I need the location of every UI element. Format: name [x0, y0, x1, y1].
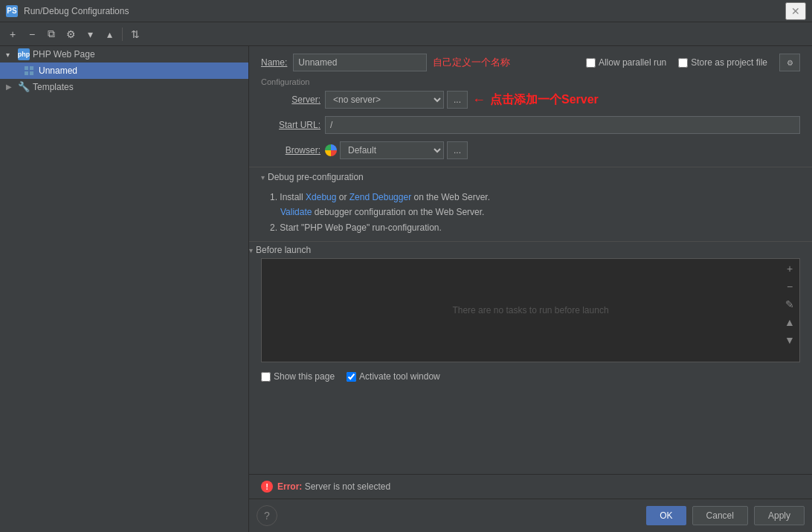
before-launch-toolbar: + − ✎ ▲ ▼ [780, 259, 799, 350]
right-panel: Name: 自己定义一个名称 Allow parallel run Store … [249, 46, 812, 532]
settings-button[interactable]: ⚙ [62, 26, 79, 42]
php-web-page-label: PHP Web Page [33, 49, 95, 60]
before-launch-arrow: ▾ [249, 246, 253, 254]
templates-label: Templates [33, 82, 74, 92]
browser-select-container: Default ... [325, 141, 468, 159]
server-red-arrow: ← [472, 92, 486, 108]
store-as-project-label[interactable]: Store as project file [678, 57, 767, 68]
name-annotation: 自己定义一个名称 [433, 56, 510, 69]
unnamed-label: Unnamed [39, 65, 77, 76]
name-input[interactable] [293, 54, 427, 71]
debug-step1: 1. Install Xdebug or Zend Debugger on th… [270, 190, 800, 205]
close-button[interactable]: ✕ [785, 2, 806, 20]
chrome-icon [325, 144, 337, 156]
before-launch-header[interactable]: ▾ Before launch [249, 241, 812, 255]
validate-link[interactable]: Validate [280, 207, 312, 217]
debug-pre-config-label: Debug pre-configuration [268, 172, 364, 182]
error-icon: ! [261, 481, 273, 493]
debug-step1b: Validate debugger configuration on the W… [270, 205, 800, 219]
help-button[interactable]: ? [257, 505, 277, 526]
svg-rect-0 [25, 66, 28, 70]
error-message: Server is not selected [302, 481, 390, 492]
configuration-section-label: Configuration [249, 76, 812, 91]
store-as-project-settings-btn[interactable]: ⚙ [779, 54, 800, 71]
allow-parallel-checkbox[interactable] [586, 58, 596, 68]
start-url-input[interactable] [325, 116, 800, 134]
app-icon: PS [6, 5, 18, 17]
arrow-down-button[interactable]: ▾ [82, 26, 98, 42]
tree-templates[interactable]: ▶ 🔧 Templates [0, 79, 248, 94]
content-area: ▾ php PHP Web Page Unnamed ▶ 🔧 [0, 46, 812, 532]
debug-step2: 2. Start "PHP Web Page" run-configuratio… [270, 220, 800, 235]
server-annotation: 点击添加一个Server [490, 92, 599, 108]
browser-select[interactable]: Default [340, 141, 444, 159]
activate-tool-window-text: Activate tool window [359, 371, 440, 382]
cancel-button[interactable]: Cancel [692, 506, 748, 525]
remove-button[interactable]: − [24, 26, 40, 42]
name-row: Name: 自己定义一个名称 Allow parallel run Store … [249, 46, 812, 76]
before-launch-down-btn[interactable]: ▼ [782, 332, 798, 348]
activate-tool-window-checkbox[interactable] [347, 372, 356, 382]
before-launch-remove-btn[interactable]: − [782, 278, 798, 295]
before-launch-label: Before launch [256, 245, 311, 255]
error-text: Error: Server is not selected [277, 481, 390, 492]
debug-pre-config-content: 1. Install Xdebug or Zend Debugger on th… [249, 187, 812, 241]
store-as-project-checkbox[interactable] [678, 58, 688, 68]
toolbar-separator [122, 28, 123, 41]
bottom-checkboxes: Show this page Activate tool window [249, 365, 812, 388]
before-launch-area: There are no tasks to run before launch … [261, 258, 800, 362]
server-browse-btn[interactable]: ... [447, 91, 468, 109]
config-icon [24, 65, 36, 77]
before-launch-empty-text: There are no tasks to run before launch [452, 305, 608, 315]
store-as-project-text: Store as project file [691, 57, 767, 68]
spacer [249, 388, 812, 474]
name-label: Name: [261, 57, 287, 68]
ok-button[interactable]: OK [646, 506, 686, 525]
server-select-container: <no server> ... [325, 91, 468, 109]
start-url-label: Start URL: [261, 120, 320, 130]
add-button[interactable]: + [4, 26, 21, 42]
sort-button[interactable]: ⇅ [127, 26, 144, 42]
main-container: + − ⧉ ⚙ ▾ ▴ ⇅ ▾ php PHP Web Page [0, 22, 812, 532]
copy-button[interactable]: ⧉ [43, 26, 59, 42]
toolbar: + − ⧉ ⚙ ▾ ▴ ⇅ [0, 22, 812, 46]
before-launch-add-btn[interactable]: + [782, 260, 798, 277]
svg-rect-3 [30, 71, 33, 75]
debug-pre-config-arrow: ▾ [261, 173, 265, 182]
tree-unnamed[interactable]: Unnamed [0, 63, 248, 79]
tree-php-web-page[interactable]: ▾ php PHP Web Page [0, 46, 248, 63]
tree-arrow-open: ▾ [6, 51, 15, 59]
server-row: Server: <no server> ... ← 点击添加一个Server [261, 91, 800, 109]
window-title: Run/Debug Configurations [24, 6, 129, 16]
before-launch-edit-btn[interactable]: ✎ [782, 296, 798, 313]
browser-row: Browser: Default ... [261, 141, 800, 159]
arrow-up-button[interactable]: ▴ [101, 26, 117, 42]
debug-pre-config-header[interactable]: ▾ Debug pre-configuration [249, 167, 812, 187]
allow-parallel-label: Allow parallel run [599, 57, 666, 68]
zend-debugger-link[interactable]: Zend Debugger [349, 192, 411, 202]
server-label: Server: [261, 94, 320, 105]
svg-rect-2 [30, 66, 33, 70]
browser-label: Browser: [261, 145, 320, 156]
xdebug-link[interactable]: Xdebug [306, 192, 336, 202]
svg-rect-1 [25, 71, 28, 75]
show-this-page-label[interactable]: Show this page [261, 371, 335, 382]
allow-parallel-checkbox-label[interactable]: Allow parallel run [586, 57, 666, 68]
show-this-page-checkbox[interactable] [261, 372, 271, 382]
left-panel: ▾ php PHP Web Page Unnamed ▶ 🔧 [0, 46, 249, 532]
tree-templates-arrow: ▶ [6, 83, 15, 91]
apply-button[interactable]: Apply [754, 506, 805, 525]
before-launch-up-btn[interactable]: ▲ [782, 314, 798, 330]
start-url-row: Start URL: [261, 116, 800, 134]
error-prefix: Error: [277, 481, 302, 492]
php-icon: php [18, 48, 30, 60]
error-bar: ! Error: Server is not selected [249, 474, 812, 499]
templates-icon: 🔧 [18, 81, 30, 92]
title-bar: PS Run/Debug Configurations ✕ [0, 0, 812, 22]
browser-browse-btn[interactable]: ... [447, 141, 468, 159]
activate-tool-window-label[interactable]: Activate tool window [347, 371, 440, 382]
show-this-page-text: Show this page [274, 371, 335, 382]
config-section: Server: <no server> ... ← 点击添加一个Server S… [249, 91, 812, 167]
server-select[interactable]: <no server> [325, 91, 444, 109]
